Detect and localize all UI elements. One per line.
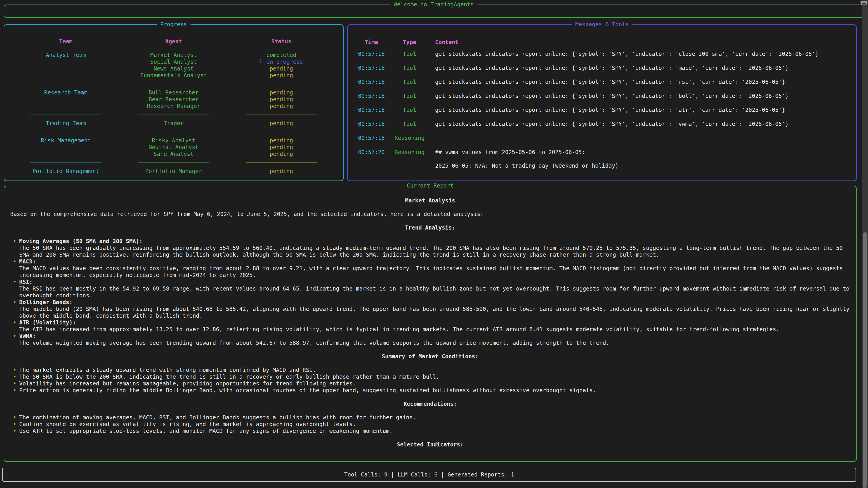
status-separator-line (246, 132, 317, 132)
bullet-title: RSI: (19, 279, 33, 285)
team-separator-line (30, 115, 101, 115)
team-name (12, 144, 120, 151)
message-type: Reasoning (391, 145, 429, 179)
messages-table: Time Type Content 00:57:18Toolget_stocks… (353, 38, 851, 179)
status-separator-line (246, 162, 317, 163)
report-heading: Market Analysis (10, 197, 850, 204)
message-content: get_stockstats_indicators_report_online:… (429, 89, 851, 103)
report-bullet-item: •MACD:The MACD values have been consiste… (10, 258, 850, 279)
progress-panel: Progress Team Agent Status Analyst TeamM… (4, 24, 344, 181)
agent-name: Safe Analyst (120, 151, 228, 158)
message-row: 00:57:18Toolget_stockstats_indicators_re… (353, 103, 851, 117)
message-row: 00:57:18Toolget_stockstats_indicators_re… (353, 47, 851, 61)
message-row: 00:57:18Toolget_stockstats_indicators_re… (353, 89, 851, 103)
team-name: Trading Team (12, 120, 120, 127)
bullet-icon: • (10, 319, 19, 333)
bullet-icon: • (10, 333, 19, 346)
status-label: pending (270, 103, 293, 109)
section-separator (12, 109, 335, 120)
section-separator (12, 158, 335, 168)
agent-name: Fundamentals Analyst (120, 72, 228, 79)
message-content (429, 131, 851, 145)
scrollbar-thumb[interactable] (863, 232, 867, 488)
messages-table-header: Time Type Content (353, 38, 851, 47)
message-content: get_stockstats_indicators_report_online:… (429, 117, 851, 131)
progress-row: Analyst TeamMarket Analystcompleted (12, 52, 335, 59)
message-type: Tool (391, 89, 429, 103)
agent-status: pending (227, 89, 335, 96)
bullet-icon: • (10, 387, 19, 394)
progress-table-header: Team Agent Status (12, 38, 335, 46)
message-time: 00:57:18 (353, 117, 391, 131)
report-bullet-item: •Moving Averages (50 SMA and 200 SMA):Th… (10, 238, 850, 258)
status-label: pending (270, 96, 293, 103)
team-name: Portfolio Management (12, 168, 120, 175)
bullet-icon: • (10, 238, 19, 258)
status-label: pending (270, 151, 293, 157)
progress-panel-title: Progress (157, 21, 191, 28)
team-separator-line (30, 84, 101, 84)
team-name (12, 72, 120, 79)
message-row: 00:57:18Toolget_stockstats_indicators_re… (353, 75, 851, 89)
agent-name: Portfolio Manager (120, 168, 228, 175)
report-panel: Current Report Market AnalysisBased on t… (4, 186, 857, 462)
section-separator (12, 79, 335, 89)
message-type: Reasoning (391, 131, 429, 145)
message-time: 00:57:18 (353, 131, 391, 145)
bullet-text: MACD:The MACD values have been consisten… (19, 258, 850, 279)
section-separator (12, 127, 335, 137)
agent-separator-line (138, 84, 209, 84)
bullet-icon: • (10, 299, 19, 319)
progress-row: Bear Researcherpending (12, 96, 335, 103)
welcome-panel: Welcome to TradingAgents (4, 4, 864, 18)
agent-name: News Analyst (120, 65, 228, 72)
agent-separator-line (138, 115, 209, 115)
agent-name: Social Analyst (120, 59, 228, 65)
terminal-menu-icon[interactable] (861, 1, 867, 4)
messages-col-type: Type (391, 38, 429, 47)
team-name: Analyst Team (12, 52, 120, 59)
agent-name: Neutral Analyst (120, 144, 228, 151)
bullet-title: Moving Averages (50 SMA and 200 SMA): (19, 238, 143, 245)
agent-status: pending (227, 144, 335, 151)
message-time: 00:57:18 (353, 89, 391, 103)
agent-name: Bull Researcher (120, 89, 228, 96)
progress-row: Research Managerpending (12, 103, 335, 109)
bullet-icon: • (10, 279, 19, 299)
progress-row: Trading TeamTraderpending (12, 120, 335, 127)
bullet-icon: • (10, 414, 19, 421)
team-name (12, 65, 120, 72)
progress-row: Safe Analystpending (12, 151, 335, 158)
report-bullet-item: •Use ATR to set appropriate stop-loss le… (10, 428, 850, 434)
bullet-title: VWMA: (19, 333, 36, 339)
report-content: Market AnalysisBased on the comprehensiv… (4, 186, 856, 448)
report-heading: Selected Indicators: (10, 441, 850, 448)
bullet-text: Moving Averages (50 SMA and 200 SMA):The… (19, 238, 850, 258)
progress-col-agent: Agent (120, 38, 228, 46)
team-separator-line (30, 162, 101, 163)
status-label: pending (270, 120, 293, 127)
progress-table-body: Analyst TeamMarket AnalystcompletedSocia… (12, 52, 335, 185)
report-paragraph: Based on the comprehensive data retrieve… (10, 211, 850, 218)
team-name: Research Team (12, 89, 120, 96)
agent-separator-line (138, 162, 209, 163)
messages-panel: Messages & Tools Time Type Content 00:57… (347, 24, 857, 181)
bullet-text: Caution should be exercised as volatilit… (19, 421, 850, 428)
scrollbar-track[interactable] (862, 0, 868, 488)
message-type: Tool (391, 47, 429, 61)
progress-col-status: Status (227, 38, 335, 46)
message-content: get_stockstats_indicators_report_online:… (429, 47, 851, 61)
bullet-text: RSI:The RSI has been mostly in the 54.92… (19, 279, 850, 299)
report-bullet-item: •ATR (Volatility):The ATR has increased … (10, 319, 850, 333)
report-bullet-item: •Bollinger Bands:The middle band (20 SMA… (10, 299, 850, 319)
bullet-title: Bollinger Bands: (19, 299, 72, 305)
bullet-icon: • (10, 367, 19, 373)
agent-name: Market Analyst (120, 52, 228, 59)
team-name (12, 103, 120, 109)
progress-table: Team Agent Status Analyst TeamMarket Ana… (4, 25, 343, 185)
team-separator-line (30, 180, 101, 180)
report-bullet-item: •VWMA:The volume-weighted moving average… (10, 333, 850, 346)
agent-status: pending (227, 151, 335, 158)
team-separator-line (30, 132, 101, 132)
section-separator (12, 175, 335, 185)
